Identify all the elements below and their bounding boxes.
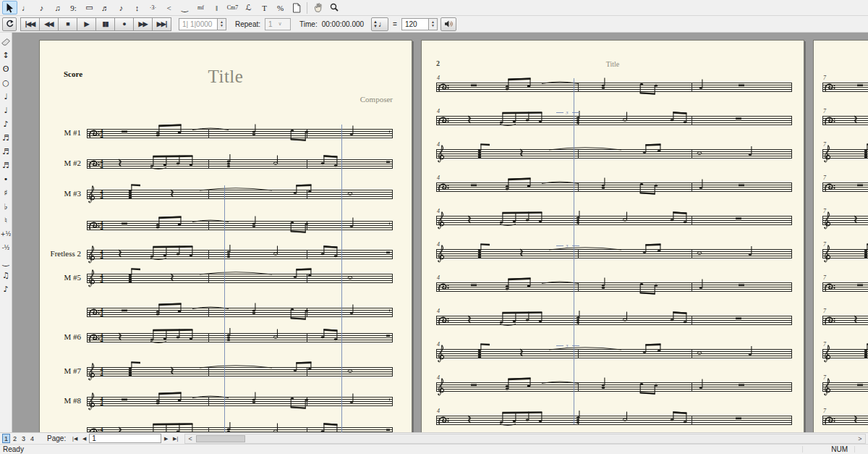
composer-label[interactable]: Composer (360, 95, 393, 104)
staff-lines[interactable]: 44 (87, 221, 393, 230)
staff-lines[interactable]: 7 (822, 216, 868, 225)
pitch-shift-tool[interactable]: ↕ (129, 1, 145, 14)
staff-system[interactable]: 4 (436, 83, 792, 92)
clef-tool[interactable]: 9: (66, 1, 81, 14)
sixteenth-note-tool[interactable]: ♬ (0, 131, 12, 145)
thirty-second-note-tool[interactable]: ♬ (0, 145, 12, 159)
tempo-field[interactable]: 120 (401, 18, 429, 30)
playback-position-field[interactable]: 1| 1|0000 (179, 18, 218, 30)
tie-tool[interactable]: ‿ (177, 1, 192, 14)
staff-lines[interactable]: 43 (436, 116, 792, 125)
voice-tool[interactable]: ♫ (50, 1, 65, 14)
staff-lines[interactable]: 44 (87, 274, 393, 283)
horizontal-scrollbar[interactable]: < > (184, 434, 866, 444)
score-canvas[interactable]: Score Title Composer M #144M #244M #3444… (12, 33, 868, 432)
staff-lines[interactable]: 4 (436, 316, 792, 325)
staff-lines[interactable]: 7 (822, 316, 868, 325)
record-button[interactable]: ● (114, 17, 134, 31)
staff-lines[interactable]: 4 (436, 282, 792, 292)
staff-lines[interactable]: 4 (436, 182, 792, 192)
text-tool[interactable]: T (257, 1, 272, 14)
whole-note-tool[interactable]: ○ (0, 76, 12, 90)
pedal-tool[interactable]: ℒ (241, 1, 256, 14)
natural-tool[interactable]: ♮ (0, 214, 12, 227)
staff-system[interactable]: 7 (822, 182, 868, 192)
staff-system[interactable]: 7 (822, 349, 868, 358)
staff-lines[interactable]: 7 (822, 282, 868, 292)
pitch-up-down-tool[interactable]: ↕ (0, 49, 12, 62)
staff-system[interactable]: M #544 (87, 274, 393, 283)
staff-system[interactable]: 4 (436, 282, 792, 292)
staff-lines[interactable]: 4 (436, 416, 792, 425)
sixty-fourth-note-tool[interactable]: ♬ (0, 159, 12, 172)
staff-system[interactable]: 7 (822, 149, 868, 159)
staff-system[interactable]: 43 (436, 116, 792, 125)
staff-lines[interactable]: 43 (436, 249, 792, 258)
staff-system[interactable]: 4 (436, 316, 792, 325)
zoom-tool[interactable] (326, 1, 341, 14)
staff-system[interactable]: 4 (436, 182, 792, 192)
staff-system[interactable]: 44 (87, 308, 393, 317)
playback-sound-button[interactable] (441, 17, 456, 31)
repeat-select[interactable]: 1 ∨ (265, 18, 291, 30)
staff-lines[interactable]: 43 (436, 349, 792, 358)
tempo-unit-button[interactable]: ▲▼ ♩ (371, 17, 388, 31)
staff-system[interactable]: 4 (436, 149, 792, 159)
page-tab-4[interactable]: 4 (28, 434, 36, 443)
staff-system[interactable]: 7 (822, 416, 868, 425)
staff-lines[interactable]: 7 (822, 382, 868, 392)
page-number-input[interactable]: 1 (89, 434, 161, 443)
hairpin-tool[interactable]: < (161, 1, 176, 14)
go-to-start-button[interactable]: |◀◀ (20, 17, 40, 31)
stop-button[interactable]: ■ (58, 17, 77, 31)
staff-system[interactable]: 44 (87, 221, 393, 230)
staff-system[interactable]: Fretless 244 (87, 250, 393, 259)
staff-system[interactable]: M #744 (87, 367, 393, 377)
grace-note-tool[interactable]: ♪ (0, 282, 12, 296)
tie-tool[interactable]: ‿ (0, 255, 12, 269)
staff-lines[interactable]: 4 (436, 382, 792, 392)
staff-system[interactable]: M #644 (87, 333, 393, 342)
pause-button[interactable]: ▮▮ (95, 17, 115, 31)
scrollbar-thumb[interactable] (196, 435, 245, 442)
staff-lines[interactable]: 44 (87, 397, 393, 406)
eraser-tool[interactable] (0, 35, 12, 49)
staff-system[interactable]: M #344 (87, 190, 393, 199)
staff-lines[interactable]: 7 (822, 116, 868, 125)
staff-lines[interactable]: 44 (87, 427, 393, 432)
page-tab-1[interactable]: 1 (2, 434, 10, 443)
dynamics-tool[interactable]: mf (193, 1, 208, 14)
staff-system[interactable]: 44 (87, 427, 393, 432)
staff-lines[interactable]: 44 (87, 333, 393, 342)
staff-lines[interactable]: 44 (87, 190, 393, 199)
staff-system[interactable]: 7 (822, 316, 868, 325)
score-page-2[interactable]: 2 Title 44344443444344 (421, 40, 804, 432)
staff-system[interactable]: 7 (822, 282, 868, 292)
staff-system[interactable]: 43 (436, 349, 792, 358)
next-page-button[interactable]: ▶ (161, 434, 171, 443)
grace-note-tool[interactable]: ♪ (114, 1, 129, 14)
staff-lines[interactable]: 4 (436, 216, 792, 225)
loop-playback-button[interactable] (2, 17, 17, 31)
staff-system[interactable]: 4 (436, 416, 792, 425)
eighth-note-tool[interactable]: ♪ (0, 117, 12, 131)
staff-lines[interactable]: 7 (822, 182, 868, 192)
minus-half-step-tool[interactable]: -½ (0, 241, 12, 255)
first-page-button[interactable]: |◀ (70, 434, 80, 443)
flat-tool[interactable]: ♭ (0, 200, 12, 214)
position-spinner[interactable]: ▲▼ (218, 18, 226, 30)
score-page-1[interactable]: Score Title Composer M #144M #244M #3444… (39, 40, 412, 432)
staff-lines[interactable]: 4 (436, 83, 792, 92)
staff-system[interactable]: 7 (822, 216, 868, 225)
staff-lines[interactable]: 7 (822, 83, 868, 92)
staff-system[interactable]: 7 (822, 382, 868, 392)
page-tab-3[interactable]: 3 (20, 434, 27, 443)
chord-symbol-tool[interactable]: Cm7 (225, 1, 240, 14)
staff-system[interactable]: 43 (436, 249, 792, 258)
measure-tool[interactable]: ▭ (82, 1, 97, 14)
staff-lines[interactable]: 44 (87, 250, 393, 259)
staff-system[interactable]: 4 (436, 382, 792, 392)
pan-tool[interactable] (310, 1, 326, 14)
barline-tool[interactable]: ‖ (209, 1, 224, 14)
go-to-end-button[interactable]: ▶▶| (152, 17, 171, 31)
